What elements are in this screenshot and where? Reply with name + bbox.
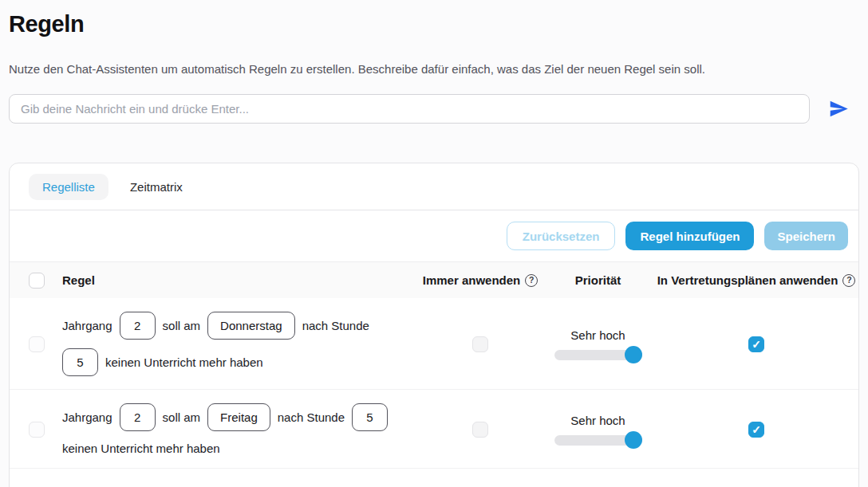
rule-text: Jahrgang: [62, 319, 112, 332]
substitution-checkbox[interactable]: ✓: [748, 336, 764, 352]
chat-message-input[interactable]: [9, 94, 810, 124]
priority-slider[interactable]: [554, 435, 642, 446]
reset-button[interactable]: Zurücksetzen: [507, 222, 616, 250]
page-description: Nutze den Chat-Assistenten um automatisc…: [9, 62, 859, 76]
hour-value-box[interactable]: 5: [62, 348, 98, 376]
always-apply-checkbox[interactable]: [472, 336, 488, 352]
header-rule: Regel: [62, 273, 95, 287]
rule-text: soll am: [163, 319, 201, 332]
grade-value-box[interactable]: 2: [120, 312, 156, 340]
save-button[interactable]: Speichern: [764, 222, 848, 250]
header-always-apply: Immer anwenden: [423, 273, 521, 287]
rule-sentence: Jahrgang 2 soll am Freitag nach Stunde 5…: [54, 403, 416, 455]
priority-slider-thumb[interactable]: [625, 346, 642, 363]
rules-card: Regelliste Zeitmatrix Zurücksetzen Regel…: [9, 163, 859, 487]
toolbar: Zurücksetzen Regel hinzufügen Speichern: [10, 210, 858, 261]
check-icon: ✓: [752, 338, 761, 351]
header-priority: Priorität: [575, 273, 621, 287]
page: Regeln Nutze den Chat-Assistenten um aut…: [0, 11, 868, 487]
send-button[interactable]: [818, 94, 859, 124]
help-circle-icon[interactable]: ?: [525, 274, 538, 287]
day-value-box[interactable]: Donnerstag: [207, 312, 295, 340]
row-select-checkbox[interactable]: [29, 336, 45, 352]
rule-text: keinen Unterricht mehr haben: [105, 355, 263, 369]
add-rule-button[interactable]: Regel hinzufügen: [625, 222, 754, 250]
page-title: Regeln: [9, 11, 859, 37]
send-icon: [828, 98, 850, 120]
rule-text: soll am: [163, 410, 201, 424]
header-substitution: In Vertretungsplänen anwenden: [657, 273, 838, 287]
table-row: Jahrgang 2 soll am Donnerstag nach Stund…: [10, 298, 858, 390]
rule-text: nach Stunde: [302, 319, 369, 332]
row-select-checkbox[interactable]: [29, 422, 45, 438]
table-header-row: Regel Immer anwenden ? Priorität In Vert…: [10, 261, 858, 298]
rule-sentence: Jahrgang 2 soll am Donnerstag nach Stund…: [54, 312, 416, 376]
hour-value-box[interactable]: 5: [352, 403, 388, 431]
tab-regelliste[interactable]: Regelliste: [29, 174, 108, 200]
priority-label: Sehr hoch: [570, 328, 625, 342]
always-apply-checkbox[interactable]: [472, 422, 488, 438]
priority-control: Sehr hoch: [554, 414, 642, 446]
tab-zeitmatrix[interactable]: Zeitmatrix: [116, 174, 196, 200]
rule-text: nach Stunde: [278, 410, 345, 424]
grade-value-box[interactable]: 2: [120, 403, 156, 431]
chat-input-row: [9, 94, 859, 124]
rule-text: keinen Unterricht mehr haben: [62, 442, 220, 455]
priority-slider[interactable]: [554, 350, 642, 360]
rule-text: Jahrgang: [62, 410, 112, 424]
substitution-checkbox[interactable]: ✓: [748, 422, 764, 438]
priority-label: Sehr hoch: [570, 414, 625, 427]
priority-slider-thumb[interactable]: [625, 431, 642, 449]
table-row: Jahrgang 2 soll am Freitag nach Stunde 5…: [10, 390, 858, 469]
select-all-checkbox[interactable]: [29, 273, 45, 289]
tab-bar: Regelliste Zeitmatrix: [10, 163, 858, 210]
check-icon: ✓: [752, 423, 761, 436]
day-value-box[interactable]: Freitag: [207, 403, 270, 431]
priority-control: Sehr hoch: [554, 328, 642, 360]
help-circle-icon[interactable]: ?: [842, 274, 855, 287]
